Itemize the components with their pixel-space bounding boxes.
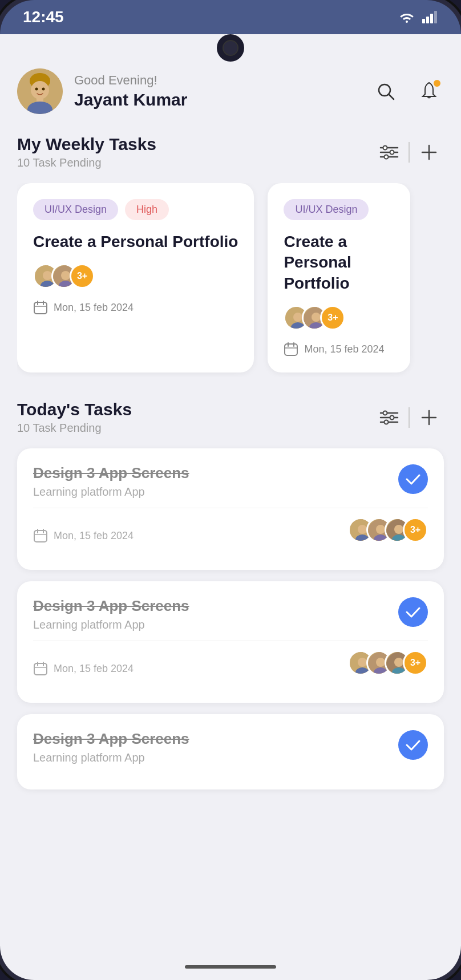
svg-point-9 xyxy=(35,88,38,91)
card1-avatars: 3+ xyxy=(33,264,238,289)
search-icon xyxy=(376,82,395,101)
phone-frame: 12:45 xyxy=(0,0,461,980)
weekly-task-card-2[interactable]: UI/UX Design Create a Personal Portfolio… xyxy=(268,183,410,372)
calendar-icon-t2 xyxy=(33,661,48,676)
task2-text: Design 3 App Screens Learning platform A… xyxy=(33,597,189,631)
today-task-item-3[interactable]: Design 3 App Screens Learning platform A… xyxy=(17,714,444,789)
status-time: 12:45 xyxy=(23,8,64,26)
card1-date: Mon, 15 feb 2024 xyxy=(33,300,238,315)
today-subtitle: 10 Task Pending xyxy=(17,422,132,435)
status-icons xyxy=(398,11,438,23)
today-task-item-2[interactable]: Design 3 App Screens Learning platform A… xyxy=(17,581,444,703)
today-filter-button[interactable] xyxy=(374,403,404,432)
today-section-header: Today's Tasks 10 Task Pending xyxy=(17,400,444,435)
svg-point-18 xyxy=(385,155,389,159)
weekly-title-group: My Weekly Tasks 10 Task Pending xyxy=(17,135,156,169)
card1-avatar-count: 3+ xyxy=(70,264,95,289)
weekly-task-card-1[interactable]: UI/UX Design High Create a Personal Port… xyxy=(17,183,254,372)
svg-rect-49 xyxy=(34,531,47,542)
svg-point-57 xyxy=(376,525,385,534)
filter-icon xyxy=(379,144,399,160)
card2-title: Create a Personal Portfolio xyxy=(284,232,394,294)
task3-check-button[interactable] xyxy=(398,730,428,760)
search-button[interactable] xyxy=(371,76,401,106)
task2-avatars: 3+ xyxy=(348,650,428,675)
calendar-icon-t1 xyxy=(33,528,48,543)
task2-top: Design 3 App Screens Learning platform A… xyxy=(33,597,428,631)
card1-date-text: Mon, 15 feb 2024 xyxy=(54,302,134,314)
task1-top: Design 3 App Screens Learning platform A… xyxy=(33,464,428,499)
weekly-tasks-scroll: UI/UX Design High Create a Personal Port… xyxy=(17,183,444,377)
weekly-subtitle: 10 Task Pending xyxy=(17,156,156,169)
svg-rect-27 xyxy=(34,302,47,314)
svg-point-16 xyxy=(383,145,387,149)
user-name: Jayant Kumar xyxy=(74,90,187,110)
svg-point-60 xyxy=(394,525,403,534)
svg-point-45 xyxy=(390,415,394,419)
header: Good Evening! Jayant Kumar xyxy=(17,68,444,114)
svg-point-32 xyxy=(293,313,302,322)
svg-rect-37 xyxy=(285,344,297,355)
svg-point-35 xyxy=(312,313,321,322)
task1-date: Mon, 15 feb 2024 xyxy=(33,528,134,543)
filter-icon-today xyxy=(379,410,399,426)
home-indicator xyxy=(185,965,276,969)
task1-text: Design 3 App Screens Learning platform A… xyxy=(33,464,189,499)
plus-icon xyxy=(420,143,438,161)
wifi-icon xyxy=(398,11,415,23)
status-bar: 12:45 xyxy=(0,0,461,34)
card1-tags: UI/UX Design High xyxy=(33,199,238,220)
weekly-title: My Weekly Tasks xyxy=(17,135,156,154)
today-task-item-1[interactable]: Design 3 App Screens Learning platform A… xyxy=(17,448,444,570)
task2-check-button[interactable] xyxy=(398,597,428,627)
avatar xyxy=(17,68,63,114)
weekly-add-button[interactable] xyxy=(414,137,444,167)
notification-button[interactable] xyxy=(414,76,444,106)
today-title: Today's Tasks xyxy=(17,400,132,419)
weekly-filter-button[interactable] xyxy=(374,137,404,167)
camera-dot xyxy=(223,40,238,56)
task2-bottom: Mon, 15 feb 2024 3+ xyxy=(33,650,428,687)
today-add-button[interactable] xyxy=(414,403,444,432)
svg-point-6 xyxy=(31,81,49,99)
task2-subtitle: Learning platform App xyxy=(33,618,189,631)
header-actions xyxy=(371,76,444,106)
task1-avatars: 3+ xyxy=(348,517,428,542)
task1-check-button[interactable] xyxy=(398,464,428,494)
plus-icon-today xyxy=(420,408,438,427)
svg-point-10 xyxy=(42,88,45,91)
svg-rect-62 xyxy=(34,663,47,675)
svg-point-44 xyxy=(383,411,387,415)
card2-date-text: Mon, 15 feb 2024 xyxy=(304,343,384,355)
card2-date: Mon, 15 feb 2024 xyxy=(284,342,394,357)
svg-point-67 xyxy=(358,658,367,667)
check-icon-3 xyxy=(405,739,421,751)
svg-rect-0 xyxy=(422,19,425,23)
task3-title: Design 3 App Screens xyxy=(33,730,189,748)
task2-date-text: Mon, 15 feb 2024 xyxy=(54,663,134,675)
svg-point-54 xyxy=(358,525,367,534)
svg-line-12 xyxy=(389,94,394,99)
check-icon-2 xyxy=(405,606,421,618)
task1-bottom: Mon, 15 feb 2024 3+ xyxy=(33,517,428,554)
task2-title: Design 3 App Screens xyxy=(33,597,189,615)
greeting-group: Good Evening! Jayant Kumar xyxy=(74,73,187,110)
weekly-actions xyxy=(374,137,444,167)
task1-title: Design 3 App Screens xyxy=(33,464,189,482)
task2-date: Mon, 15 feb 2024 xyxy=(33,661,134,676)
task3-text: Design 3 App Screens Learning platform A… xyxy=(33,730,189,764)
task3-subtitle: Learning platform App xyxy=(33,751,189,764)
tag-ux-design-1: UI/UX Design xyxy=(33,199,118,220)
check-icon-1 xyxy=(405,473,421,485)
svg-rect-3 xyxy=(434,11,437,23)
svg-point-22 xyxy=(43,271,52,280)
header-left: Good Evening! Jayant Kumar xyxy=(17,68,187,114)
today-actions-divider xyxy=(409,407,410,428)
calendar-icon-2 xyxy=(284,342,298,357)
app-content: Good Evening! Jayant Kumar xyxy=(0,34,461,980)
svg-rect-1 xyxy=(426,17,429,23)
task3-top: Design 3 App Screens Learning platform A… xyxy=(33,730,428,764)
card2-tags: UI/UX Design xyxy=(284,199,394,220)
task1-date-text: Mon, 15 feb 2024 xyxy=(54,530,134,542)
card2-avatar-count: 3+ xyxy=(320,305,345,330)
